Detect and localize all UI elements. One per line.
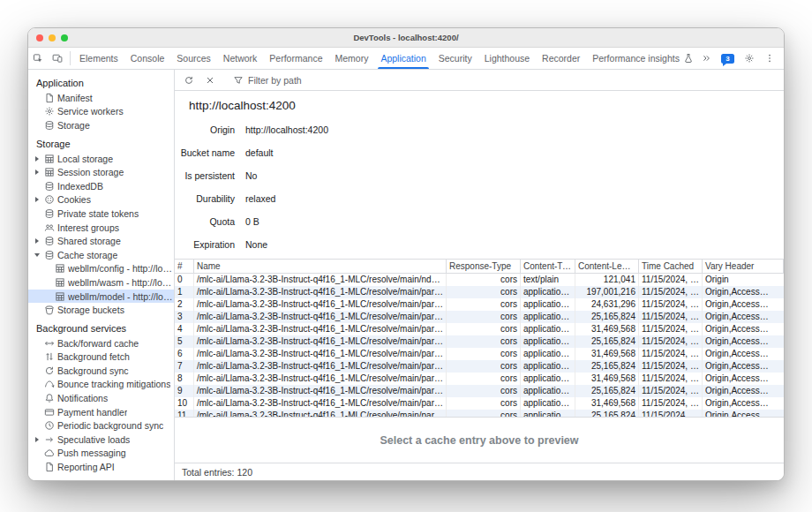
tab-performance[interactable]: Performance (263, 48, 328, 69)
expand-arrow-icon[interactable] (33, 235, 41, 247)
tab-performance-insights[interactable]: Performance insights (586, 48, 696, 69)
table-cell: /mlc-ai/Llama-3.2-3B-Instruct-q4f16_1-ML… (194, 410, 447, 417)
table-cell: 197,001,216 (575, 286, 639, 298)
sidebar-item-webllm-model-http-loca[interactable]: webllm/model - http://loca… (28, 290, 174, 304)
device-toolbar-icon (52, 53, 63, 64)
sidebar-item-indexeddb[interactable]: IndexedDB (28, 179, 174, 193)
close-window-button[interactable] (36, 34, 43, 41)
inspect-element-button[interactable] (28, 48, 48, 69)
column-header-time-cached[interactable]: Time Cached (639, 260, 703, 274)
cache-entry-row[interactable]: 10/mlc-ai/Llama-3.2-3B-Instruct-q4f16_1-… (175, 397, 784, 410)
sidebar-item-background-sync[interactable]: Background sync (28, 364, 174, 378)
document-icon (44, 93, 55, 103)
cache-entry-row[interactable]: 4/mlc-ai/Llama-3.2-3B-Instruct-q4f16_1-M… (175, 323, 784, 335)
sidebar-item-private-state-tokens[interactable]: Private state tokens (28, 207, 174, 221)
issues-badge[interactable]: 3 (721, 54, 734, 64)
sidebar-item-cache-storage[interactable]: Cache storage (28, 248, 174, 262)
application-sidebar: ApplicationManifestService workersStorag… (28, 70, 175, 480)
tab-console[interactable]: Console (124, 48, 171, 69)
table-cell: Origin,Access… (703, 410, 784, 417)
sidebar-item-session-storage[interactable]: Session storage (28, 165, 174, 179)
expand-arrow-icon[interactable] (33, 433, 41, 446)
cache-entry-row[interactable]: 11/mlc-ai/Llama-3.2-3B-Instruct-q4f16_1-… (175, 410, 784, 417)
arrow-updown-icon (44, 351, 55, 362)
sidebar-item-service-workers[interactable]: Service workers (28, 105, 174, 119)
tab-memory[interactable]: Memory (328, 48, 374, 69)
collapse-arrow-icon[interactable] (33, 249, 41, 261)
table-cell: 25,165,824 (575, 410, 639, 417)
tab-application[interactable]: Application (374, 48, 432, 69)
cloud-icon (44, 448, 55, 458)
table-cell: Origin,Access… (703, 335, 784, 348)
database-icon (44, 181, 55, 192)
expander-spacer (33, 119, 41, 132)
cache-entry-row[interactable]: 9/mlc-ai/Llama-3.2-3B-Instruct-q4f16_1-M… (175, 385, 784, 397)
sidebar-item-speculative-loads[interactable]: Speculative loads (28, 433, 174, 447)
settings-button[interactable] (740, 53, 759, 64)
main-menu-button[interactable] (760, 53, 779, 64)
cache-entry-row[interactable]: 3/mlc-ai/Llama-3.2-3B-Instruct-q4f16_1-M… (175, 311, 784, 323)
table-cell: application/oc… (521, 323, 575, 335)
column-header-[interactable]: # (175, 260, 194, 274)
table-cell: 10 (175, 397, 194, 410)
cache-entry-row[interactable]: 6/mlc-ai/Llama-3.2-3B-Instruct-q4f16_1-M… (175, 348, 784, 360)
sidebar-item-storage[interactable]: Storage (28, 118, 174, 132)
sidebar-item-notifications[interactable]: Notifications (28, 391, 174, 405)
tab-lighthouse[interactable]: Lighthouse (478, 48, 536, 69)
column-header-name[interactable]: Name (194, 260, 447, 274)
sidebar-item-bounce-tracking-mitigations[interactable]: Bounce tracking mitigations (28, 378, 174, 392)
sidebar-item-background-fetch[interactable]: Background fetch (28, 350, 174, 365)
expand-arrow-icon[interactable] (33, 153, 41, 165)
table-cell: Origin,Access… (703, 360, 784, 373)
tab-network[interactable]: Network (217, 48, 264, 69)
sidebar-item-storage-buckets[interactable]: Storage buckets (28, 303, 174, 317)
sidebar-item-webllm-config-http-loc[interactable]: webllm/config - http://loc… (28, 262, 174, 276)
clock-icon (44, 420, 55, 431)
cache-entry-row[interactable]: 1/mlc-ai/Llama-3.2-3B-Instruct-q4f16_1-M… (175, 286, 784, 298)
table-cell: /mlc-ai/Llama-3.2-3B-Instruct-q4f16_1-ML… (194, 385, 447, 397)
column-header-content-length[interactable]: Content-Length (575, 260, 639, 274)
sidebar-item-periodic-background-sync[interactable]: Periodic background sync (28, 418, 174, 433)
expand-arrow-icon[interactable] (33, 193, 41, 206)
more-tabs-button[interactable] (696, 53, 716, 64)
cache-entry-row[interactable]: 8/mlc-ai/Llama-3.2-3B-Instruct-q4f16_1-M… (175, 373, 784, 385)
refresh-button[interactable] (179, 75, 199, 86)
sidebar-item-push-messaging[interactable]: Push messaging (28, 447, 174, 461)
zoom-window-button[interactable] (61, 34, 68, 41)
tab-label: Security (439, 53, 472, 64)
column-header-response-type[interactable]: Response-Type (447, 260, 521, 274)
delete-selected-button[interactable] (200, 75, 220, 86)
sidebar-item-local-storage[interactable]: Local storage (28, 152, 174, 166)
expander-spacer (33, 406, 41, 418)
cache-entry-row[interactable]: 2/mlc-ai/Llama-3.2-3B-Instruct-q4f16_1-M… (175, 298, 784, 311)
tab-security[interactable]: Security (432, 48, 478, 69)
document-icon (44, 462, 55, 472)
device-toolbar-button[interactable] (48, 48, 67, 69)
minimize-window-button[interactable] (49, 34, 56, 41)
sidebar-item-back-forward-cache[interactable]: Back/forward cache (28, 336, 174, 350)
table-icon (44, 154, 55, 164)
cache-entry-row[interactable]: 5/mlc-ai/Llama-3.2-3B-Instruct-q4f16_1-M… (175, 335, 784, 348)
service-worker-icon (44, 106, 55, 117)
sidebar-item-reporting-api[interactable]: Reporting API (28, 460, 174, 474)
filter-by-path-control[interactable]: Filter by path (229, 75, 302, 86)
cache-entry-row[interactable]: 7/mlc-ai/Llama-3.2-3B-Instruct-q4f16_1-M… (175, 360, 784, 373)
sidebar-item-manifest[interactable]: Manifest (28, 91, 174, 105)
sidebar-item-webllm-wasm-http-loca[interactable]: webllm/wasm - http://loca… (28, 275, 174, 290)
sidebar-item-payment-handler[interactable]: Payment handler (28, 405, 174, 419)
table-cell: /mlc-ai/Llama-3.2-3B-Instruct-q4f16_1-ML… (194, 274, 447, 286)
sidebar-item-interest-groups[interactable]: Interest groups (28, 221, 174, 235)
tab-sources[interactable]: Sources (170, 48, 217, 69)
expander-spacer (33, 392, 41, 404)
expander-spacer (33, 304, 41, 316)
sidebar-item-cookies[interactable]: Cookies (28, 193, 174, 207)
column-header-content-type[interactable]: Content-Type (521, 260, 575, 274)
sidebar-item-shared-storage[interactable]: Shared storage (28, 234, 174, 248)
tab-strip: ElementsConsoleSourcesNetworkPerformance… (73, 48, 696, 69)
tab-elements[interactable]: Elements (73, 48, 124, 69)
column-header-vary-header[interactable]: Vary Header (703, 260, 784, 274)
cache-entry-row[interactable]: 0/mlc-ai/Llama-3.2-3B-Instruct-q4f16_1-M… (175, 274, 784, 286)
expand-arrow-icon[interactable] (33, 166, 41, 178)
table-cell: 3 (175, 311, 194, 323)
tab-recorder[interactable]: Recorder (536, 48, 586, 69)
